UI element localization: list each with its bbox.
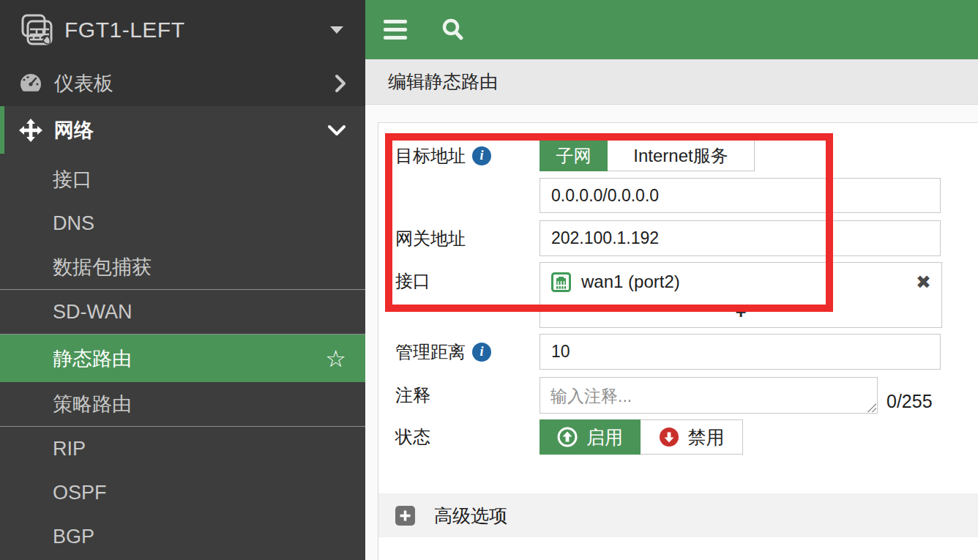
label-text: 管理距离 — [395, 340, 466, 364]
content-area: 目标地址 i 子网 Internet服务 网关地址 — [365, 105, 978, 560]
sidebar-item-ospf[interactable]: OSPF — [0, 471, 365, 515]
admin-distance-row: 管理距离 i — [378, 334, 978, 370]
sidebar-item-label: 接口 — [53, 166, 346, 193]
fortigate-logo-icon — [20, 14, 54, 46]
chevron-down-icon — [330, 26, 343, 34]
comments-textarea[interactable] — [540, 377, 878, 414]
menu-hamburger-icon[interactable] — [384, 20, 407, 40]
status-enable-button[interactable]: 启用 — [540, 419, 641, 455]
page-title-text: 编辑静态路由 — [388, 70, 498, 94]
info-icon[interactable]: i — [472, 146, 491, 165]
admin-distance-label: 管理距离 i — [395, 334, 540, 370]
destination-input[interactable] — [540, 178, 941, 213]
destination-label: 目标地址 i — [395, 140, 540, 171]
char-counter: 0/255 — [886, 392, 933, 414]
sidebar-item-label: RIP — [53, 438, 346, 460]
sidebar-item-sdwan[interactable]: SD-WAN — [0, 290, 365, 334]
label-text: 接口 — [395, 269, 430, 293]
sidebar-item-network[interactable]: 网络 — [0, 106, 365, 154]
sidebar-item-bgp[interactable]: BGP — [0, 515, 365, 559]
gateway-input[interactable] — [540, 220, 941, 256]
destination-type-tabs: 子网 Internet服务 — [540, 140, 941, 171]
sidebar-item-dns[interactable]: DNS — [0, 201, 365, 245]
destination-row: 目标地址 i 子网 Internet服务 — [378, 140, 978, 213]
interface-label: 接口 — [395, 262, 540, 300]
interface-name: wan1 (port2) — [581, 272, 916, 292]
circle-arrow-up-icon — [557, 427, 578, 447]
sidebar-item-label: SD-WAN — [53, 301, 346, 324]
sidebar-item-label: 数据包捕获 — [53, 254, 346, 280]
main-area: 编辑静态路由 目标地址 i 子网 Internet服务 — [365, 0, 978, 560]
status-label: 状态 — [395, 419, 540, 455]
sidebar-item-rip[interactable]: RIP — [0, 427, 365, 471]
expand-plus-icon — [395, 506, 415, 526]
label-text: 注释 — [395, 384, 430, 407]
advanced-options-toggle[interactable]: 高级选项 — [378, 493, 978, 537]
chevron-right-icon — [335, 74, 346, 93]
ethernet-port-icon — [551, 272, 571, 292]
label-text: 网关地址 — [395, 227, 466, 250]
interface-select-box[interactable]: wan1 (port2) ✖ + — [540, 262, 942, 328]
advanced-options-label: 高级选项 — [434, 504, 507, 528]
sidebar-network-section: 网络 接口 DNS 数据包捕获 SD-WAN 静态路由 ☆ — [0, 106, 365, 560]
gateway-label: 网关地址 — [395, 220, 540, 256]
device-selector[interactable]: FGT1-LEFT — [0, 0, 365, 60]
device-name: FGT1-LEFT — [64, 18, 330, 42]
remove-interface-icon[interactable]: ✖ — [916, 273, 931, 291]
sidebar-item-dashboard[interactable]: 仪表板 — [0, 60, 365, 106]
sidebar-item-label: 策略路由 — [53, 391, 346, 417]
move-arrows-icon — [18, 118, 44, 143]
status-row: 状态 启用 — [378, 419, 978, 455]
sidebar-item-label: OSPF — [53, 482, 346, 504]
comments-row: 注释 0/255 — [378, 377, 978, 414]
comments-field — [540, 377, 878, 414]
tab-subnet[interactable]: 子网 — [540, 140, 608, 171]
label-text: 状态 — [395, 425, 430, 449]
info-icon[interactable]: i — [472, 343, 491, 362]
disable-label: 禁用 — [688, 425, 725, 449]
comments-label: 注释 — [395, 377, 540, 414]
sidebar-item-label: 网络 — [54, 117, 327, 143]
top-nav-bar — [365, 0, 978, 59]
search-icon[interactable] — [441, 18, 465, 42]
tab-internet-service[interactable]: Internet服务 — [608, 140, 755, 171]
interface-row: 接口 — [378, 262, 978, 328]
sidebar-item-static-routes[interactable]: 静态路由 ☆ — [0, 335, 365, 382]
status-disable-button[interactable]: 禁用 — [641, 419, 743, 455]
page-title: 编辑静态路由 — [365, 59, 978, 105]
sidebar-item-label: 静态路由 — [53, 346, 325, 372]
sidebar-item-interfaces[interactable]: 接口 — [0, 157, 365, 201]
interface-selected-item: wan1 (port2) ✖ — [540, 263, 941, 301]
sidebar: FGT1-LEFT 仪表板 — [0, 0, 365, 560]
add-interface-button[interactable]: + — [540, 301, 941, 327]
gauge-icon — [18, 72, 44, 94]
sidebar-item-packet-capture[interactable]: 数据包捕获 — [0, 245, 365, 289]
sidebar-item-label: BGP — [53, 526, 346, 548]
label-text: 目标地址 — [395, 144, 466, 168]
admin-distance-input[interactable] — [540, 334, 941, 370]
sidebar-item-label: 仪表板 — [54, 70, 335, 97]
gateway-row: 网关地址 — [378, 220, 978, 256]
chevron-down-icon — [327, 124, 346, 136]
status-segmented-control: 启用 禁用 — [540, 419, 743, 455]
circle-arrow-down-icon — [659, 427, 679, 447]
favorite-star-icon[interactable]: ☆ — [325, 347, 346, 370]
enable-label: 启用 — [586, 425, 623, 449]
app-window: FGT1-LEFT 仪表板 — [0, 0, 978, 560]
sidebar-item-label: DNS — [53, 212, 346, 235]
sidebar-item-policy-routes[interactable]: 策略路由 — [0, 382, 365, 426]
edit-static-route-form: 目标地址 i 子网 Internet服务 网关地址 — [378, 122, 978, 560]
